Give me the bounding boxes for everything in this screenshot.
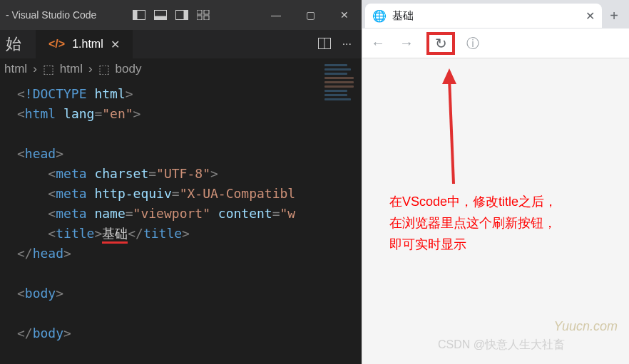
activity-item[interactable]: 始 [0, 33, 36, 55]
symbol-icon: ⬚ [43, 62, 54, 77]
split-editor-icon[interactable] [318, 38, 331, 51]
maximize-button[interactable]: ▢ [293, 0, 327, 30]
close-button[interactable]: ✕ [327, 0, 362, 30]
site-info-icon[interactable]: ⓘ [466, 35, 479, 52]
browser-toolbar: ← → ↻ ⓘ [362, 28, 629, 58]
reload-button[interactable]: ↻ [432, 35, 449, 52]
symbol-icon: ⬚ [98, 62, 110, 77]
svg-rect-6 [197, 10, 202, 14]
minimap[interactable] [320, 58, 362, 358]
tab-filename: 1.html [72, 38, 103, 51]
browser-tab-title: 基础 [392, 9, 414, 23]
svg-rect-8 [197, 16, 202, 20]
title-text: 基础 [102, 226, 128, 244]
annotation-text: 在VScode中，修改title之后， 在浏览器里点这个刷新按钮， 即可实时显示 [389, 191, 557, 255]
layout-bottom-icon[interactable] [153, 8, 168, 22]
vscode-window: - Visual Studio Code — ▢ ✕ 始 </> 1.html … [0, 0, 362, 364]
tab-actions: ··· [318, 38, 362, 51]
breadcrumb-item[interactable]: html [60, 62, 83, 76]
breadcrumb[interactable]: html ›⬚ html ›⬚ body [0, 58, 362, 80]
vscode-title: - Visual Studio Code [3, 9, 96, 21]
window-controls: — ▢ ✕ [259, 0, 362, 30]
layout-grid-icon[interactable] [196, 8, 210, 22]
svg-rect-3 [155, 16, 167, 20]
vscode-titlebar: - Visual Studio Code — ▢ ✕ [0, 0, 362, 30]
annotation-arrow [439, 68, 468, 189]
layout-left-icon[interactable] [132, 8, 146, 22]
tab-close-icon[interactable]: ✕ [111, 38, 120, 51]
svg-rect-5 [184, 11, 188, 20]
html-file-icon: </> [48, 38, 65, 51]
watermark: Yuucn.com [554, 319, 618, 334]
browser-tabbar: 🌐 基础 ✕ + [362, 0, 629, 28]
back-button[interactable]: ← [369, 35, 387, 51]
code-editor[interactable]: <!DOCTYPE html> <html lang="en"> <head> … [0, 80, 362, 343]
browser-tab[interactable]: 🌐 基础 ✕ [365, 4, 602, 28]
more-actions-icon[interactable]: ··· [342, 38, 352, 51]
tab-close-icon[interactable]: ✕ [585, 9, 595, 23]
watermark: CSDN @快意人生大社畜 [438, 338, 565, 353]
layout-right-icon[interactable] [175, 8, 189, 22]
svg-marker-13 [442, 68, 456, 84]
globe-icon: 🌐 [372, 9, 387, 23]
svg-rect-1 [133, 11, 138, 20]
svg-rect-7 [204, 10, 209, 14]
reload-highlight: ↻ [426, 32, 455, 55]
browser-window: 🌐 基础 ✕ + ← → ↻ ⓘ 在VScode中，修改title之后， 在浏览… [362, 0, 629, 364]
minimize-button[interactable]: — [259, 0, 293, 30]
editor-tab[interactable]: </> 1.html ✕ [36, 30, 133, 58]
forward-button[interactable]: → [398, 35, 415, 51]
new-tab-button[interactable]: + [602, 4, 626, 28]
breadcrumb-item[interactable]: html [4, 62, 27, 76]
layout-icons [132, 8, 210, 22]
svg-line-12 [449, 78, 454, 184]
svg-rect-9 [204, 16, 209, 20]
breadcrumb-item[interactable]: body [116, 62, 142, 76]
editor-tabbar: 始 </> 1.html ✕ ··· [0, 30, 362, 58]
